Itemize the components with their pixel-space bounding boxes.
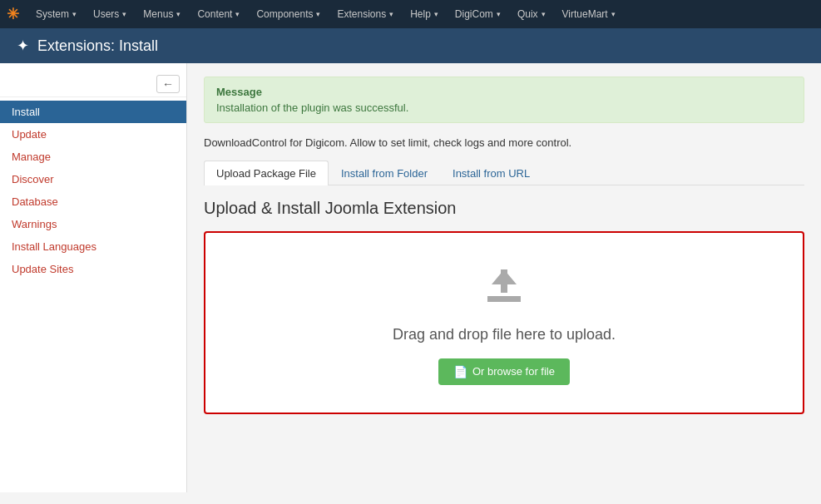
sidebar: ← Install Update Manage Discover Databas… <box>0 63 187 492</box>
sidebar-link-database[interactable]: Database <box>0 190 186 213</box>
svg-marker-1 <box>492 269 517 284</box>
main-content: Message Installation of the plugin was s… <box>187 63 821 492</box>
message-title: Message <box>216 86 792 98</box>
sidebar-item-discover[interactable]: Discover <box>0 168 186 190</box>
main-layout: ← Install Update Manage Discover Databas… <box>0 63 821 492</box>
tab-bar: Upload Package File Install from Folder … <box>204 161 804 185</box>
sidebar-item-database[interactable]: Database <box>0 190 186 213</box>
message-text: Installation of the plugin was successfu… <box>216 101 792 114</box>
section-heading: Upload & Install Joomla Extension <box>204 199 804 218</box>
tab-upload-package[interactable]: Upload Package File <box>204 161 329 185</box>
sidebar-item-update-sites[interactable]: Update Sites <box>0 258 186 280</box>
top-navigation: ✳ System ▾ Users ▾ Menus ▾ Content ▾ Com… <box>0 0 821 28</box>
nav-item-quix[interactable]: Quix ▾ <box>509 3 554 25</box>
sidebar-nav: Install Update Manage Discover Database … <box>0 101 186 280</box>
nav-item-content[interactable]: Content ▾ <box>189 3 248 25</box>
nav-item-virtuemart[interactable]: VirtueMart ▾ <box>554 3 624 25</box>
tab-install-from-url[interactable]: Install from URL <box>440 161 542 185</box>
sidebar-item-warnings[interactable]: Warnings <box>0 213 186 235</box>
sidebar-link-manage[interactable]: Manage <box>0 146 186 168</box>
nav-menu: System ▾ Users ▾ Menus ▾ Content ▾ Compo… <box>27 3 624 25</box>
sidebar-link-warnings[interactable]: Warnings <box>0 213 186 235</box>
nav-item-digicom[interactable]: DigiCom ▾ <box>447 3 509 25</box>
sidebar-link-update-sites[interactable]: Update Sites <box>0 258 186 280</box>
nav-item-help[interactable]: Help ▾ <box>402 3 447 25</box>
sidebar-link-install-languages[interactable]: Install Languages <box>0 235 186 258</box>
file-icon: 📄 <box>453 365 467 378</box>
joomla-logo: ✳ <box>7 5 19 23</box>
sidebar-link-update[interactable]: Update <box>0 123 186 146</box>
browse-file-button[interactable]: 📄 Or browse for file <box>438 358 570 385</box>
nav-item-system[interactable]: System ▾ <box>27 3 85 25</box>
sidebar-link-discover[interactable]: Discover <box>0 168 186 190</box>
puzzle-icon: ✦ <box>17 37 29 55</box>
upload-icon <box>479 261 529 311</box>
message-box: Message Installation of the plugin was s… <box>204 77 804 123</box>
nav-item-menus[interactable]: Menus ▾ <box>135 3 189 25</box>
page-header: ✦ Extensions: Install <box>0 28 821 63</box>
sidebar-link-install[interactable]: Install <box>0 101 186 123</box>
nav-item-extensions[interactable]: Extensions ▾ <box>329 3 402 25</box>
description-text: DownloadControl for Digicom. Allow to se… <box>204 136 804 149</box>
svg-rect-2 <box>487 296 521 302</box>
nav-item-components[interactable]: Components ▾ <box>248 3 329 25</box>
sidebar-item-install-languages[interactable]: Install Languages <box>0 235 186 258</box>
sidebar-item-install[interactable]: Install <box>0 101 186 123</box>
browse-label: Or browse for file <box>472 365 555 378</box>
sidebar-item-manage[interactable]: Manage <box>0 146 186 168</box>
nav-item-users[interactable]: Users ▾ <box>85 3 135 25</box>
sidebar-toggle-area: ← <box>0 72 186 97</box>
sidebar-collapse-button[interactable]: ← <box>156 75 180 93</box>
tab-install-from-folder[interactable]: Install from Folder <box>329 161 440 185</box>
upload-drop-zone[interactable]: Drag and drop file here to upload. 📄 Or … <box>204 231 804 414</box>
upload-drag-text: Drag and drop file here to upload. <box>393 326 616 343</box>
sidebar-item-update[interactable]: Update <box>0 123 186 146</box>
page-title: Extensions: Install <box>37 37 158 55</box>
